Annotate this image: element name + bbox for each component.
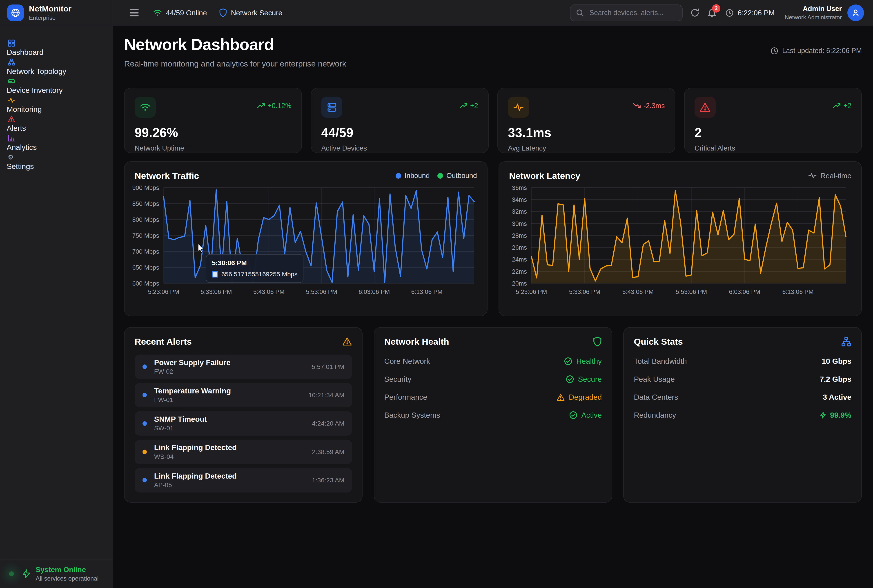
traffic-chart[interactable]: 900 Mbps850 Mbps800 Mbps750 Mbps700 Mbps… bbox=[135, 188, 477, 298]
charts-row: Network Traffic Inbound Outbound 900 Mbp… bbox=[124, 161, 862, 316]
tooltip-swatch-icon bbox=[212, 271, 218, 277]
server-icon bbox=[321, 97, 342, 118]
svg-text:6:03:06 PM: 6:03:06 PM bbox=[359, 288, 390, 295]
quick-stat-row: Data Centers 3 Active bbox=[634, 388, 851, 406]
secure-status-label: Network Secure bbox=[231, 9, 282, 17]
sidebar-item-label: Device Inventory bbox=[7, 86, 63, 94]
sidebar-item-network-topology[interactable]: Network Topology bbox=[7, 58, 106, 76]
stats-row: +0.12% 99.26% Network Uptime bbox=[124, 88, 862, 153]
search-icon bbox=[576, 9, 584, 17]
svg-text:6:13:06 PM: 6:13:06 PM bbox=[782, 288, 813, 295]
quick-stat-label: Data Centers bbox=[634, 393, 678, 402]
clock-time: 6:22:06 PM bbox=[738, 9, 775, 17]
shield-icon bbox=[593, 337, 602, 347]
bar-chart-icon bbox=[8, 135, 106, 142]
sidebar-item-alerts[interactable]: Alerts bbox=[7, 116, 106, 133]
quick-stats-list: Total Bandwidth 10 Gbps Peak Usage 7.2 G… bbox=[634, 352, 851, 424]
sidebar-item-analytics[interactable]: Analytics bbox=[7, 135, 106, 152]
sidebar-item-device-inventory[interactable]: Device Inventory bbox=[7, 78, 106, 95]
svg-text:32ms: 32ms bbox=[512, 208, 527, 215]
svg-text:600 Mbps: 600 Mbps bbox=[132, 280, 159, 287]
legend-item-outbound[interactable]: Outbound bbox=[437, 172, 477, 180]
alert-row[interactable]: Power Supply Failure FW-02 5:57:01 PM bbox=[135, 354, 352, 379]
stat-label: Critical Alerts bbox=[694, 144, 851, 152]
stat-value: 99.26% bbox=[135, 125, 292, 140]
alert-title: Link Flapping Detected bbox=[154, 472, 312, 480]
stat-card-active-devices: +2 44/59 Active Devices bbox=[311, 88, 488, 153]
shield-icon bbox=[219, 8, 227, 17]
menu-toggle-button[interactable] bbox=[128, 7, 141, 19]
svg-text:24ms: 24ms bbox=[512, 256, 527, 263]
alert-title: SNMP Timeout bbox=[154, 415, 312, 423]
panel-title: Network Health bbox=[384, 337, 449, 347]
quick-stat-row: Peak Usage 7.2 Gbps bbox=[634, 370, 851, 388]
brand-subtitle: Enterprise bbox=[29, 14, 72, 21]
alert-row[interactable]: Temperature Warning FW-01 10:21:34 AM bbox=[135, 383, 352, 407]
last-updated: Last updated: 6:22:06 PM bbox=[771, 47, 862, 55]
sidebar-item-dashboard[interactable]: Dashboard bbox=[7, 39, 106, 57]
svg-text:28ms: 28ms bbox=[512, 232, 527, 239]
search-input[interactable] bbox=[588, 8, 676, 18]
stat-value: 33.1ms bbox=[508, 125, 665, 140]
svg-text:30ms: 30ms bbox=[512, 220, 527, 227]
sidebar: Dashboard Network Topology bbox=[0, 26, 113, 588]
svg-text:22ms: 22ms bbox=[512, 268, 527, 275]
svg-text:34ms: 34ms bbox=[512, 196, 527, 203]
stat-trend: +0.12% bbox=[257, 102, 292, 110]
notifications-button[interactable]: 2 bbox=[708, 8, 717, 18]
server-icon bbox=[8, 78, 106, 85]
sidebar-item-monitoring[interactable]: Monitoring bbox=[7, 97, 106, 114]
alert-time: 5:57:01 PM bbox=[311, 363, 344, 370]
avatar[interactable] bbox=[847, 4, 864, 21]
severity-dot-icon bbox=[143, 393, 147, 397]
alert-row[interactable]: Link Flapping Detected AP-05 1:36:23 AM bbox=[135, 468, 352, 492]
sidebar-item-settings[interactable]: ⚙ Settings bbox=[7, 154, 106, 171]
refresh-button[interactable] bbox=[690, 8, 700, 18]
alert-title: Power Supply Failure bbox=[154, 358, 312, 367]
network-health-card: Network Health Core Network bbox=[374, 327, 612, 502]
quick-stats-card: Quick Stats Total Bandwidth 10 Gbps bbox=[623, 327, 862, 502]
health-row: Security Secure bbox=[384, 370, 602, 388]
search-box[interactable] bbox=[570, 4, 682, 21]
severity-dot-icon bbox=[143, 364, 147, 369]
svg-text:5:33:06 PM: 5:33:06 PM bbox=[200, 288, 232, 295]
svg-text:5:33:06 PM: 5:33:06 PM bbox=[569, 288, 600, 295]
quick-stat-value: 99.9% bbox=[830, 411, 851, 420]
latency-chart[interactable]: 36ms34ms32ms30ms28ms26ms24ms22ms20ms5:23… bbox=[509, 188, 851, 298]
quick-stat-row: Total Bandwidth 10 Gbps bbox=[634, 352, 851, 370]
clock-icon bbox=[771, 47, 778, 55]
sidebar-item-label: Network Topology bbox=[7, 67, 66, 75]
page-subtitle: Real-time monitoring and analytics for y… bbox=[124, 59, 346, 69]
stat-trend: -2.3ms bbox=[633, 102, 665, 110]
pulse-icon bbox=[808, 172, 817, 179]
brand-logo bbox=[7, 4, 24, 21]
health-label: Core Network bbox=[384, 357, 430, 366]
system-status-label: System Online bbox=[36, 566, 98, 574]
alert-triangle-icon bbox=[8, 116, 106, 123]
alert-device: AP-05 bbox=[154, 481, 312, 489]
alert-row[interactable]: Link Flapping Detected WS-04 2:38:59 AM bbox=[135, 440, 352, 464]
stat-value: 44/59 bbox=[321, 125, 478, 140]
inbound-dot-icon bbox=[395, 173, 401, 178]
svg-text:26ms: 26ms bbox=[512, 244, 527, 251]
svg-text:6:03:06 PM: 6:03:06 PM bbox=[729, 288, 760, 295]
svg-text:900 Mbps: 900 Mbps bbox=[132, 184, 159, 191]
clock-icon bbox=[725, 9, 734, 17]
quick-stat-value: 10 Gbps bbox=[822, 357, 851, 366]
online-status: 44/59 Online bbox=[153, 9, 207, 17]
tooltip-value: 656.5171555169255 Mbps bbox=[221, 270, 298, 278]
alert-device: FW-01 bbox=[154, 396, 309, 404]
system-status-footer: System Online All services operational bbox=[0, 559, 113, 588]
trending-up-icon bbox=[833, 103, 841, 108]
alert-row[interactable]: SNMP Timeout SW-01 4:24:20 AM bbox=[135, 411, 352, 436]
sidebar-nav: Dashboard Network Topology bbox=[0, 26, 113, 559]
realtime-badge: Real-time bbox=[808, 172, 851, 180]
quick-stat-value: 3 Active bbox=[823, 393, 851, 402]
zap-icon bbox=[22, 569, 30, 579]
network-traffic-card: Network Traffic Inbound Outbound 900 Mbp… bbox=[124, 161, 487, 316]
health-status: Degraded bbox=[569, 393, 602, 402]
topbar: 44/59 Online Network Secure bbox=[113, 0, 873, 26]
health-row: Performance Degraded bbox=[384, 388, 602, 406]
legend-item-inbound[interactable]: Inbound bbox=[395, 172, 430, 180]
brand-name: NetMonitor bbox=[29, 4, 72, 13]
